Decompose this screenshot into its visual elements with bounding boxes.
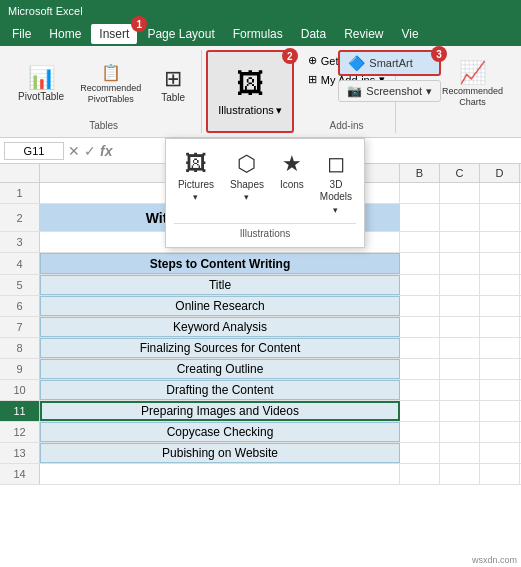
row-num-6: 6 (0, 296, 40, 316)
col-header-c: C (440, 164, 480, 182)
recommended-pivot-icon: 📋 (101, 65, 121, 81)
cell-b11[interactable] (400, 401, 440, 421)
cell-reference[interactable] (4, 142, 64, 160)
cell-b8[interactable] (400, 338, 440, 358)
cell-a11[interactable]: Preparing Images and Videos (40, 401, 400, 421)
cell-b2[interactable] (400, 204, 440, 231)
cell-d9[interactable] (480, 359, 520, 379)
cell-a10[interactable]: Drafting the Content (40, 380, 400, 400)
cell-c10[interactable] (440, 380, 480, 400)
cell-c3[interactable] (440, 232, 480, 252)
header-cell-text: Steps to Content Writing (150, 257, 290, 271)
cell-b7[interactable] (400, 317, 440, 337)
data-cell-13: Pubishing on Website (162, 446, 278, 460)
row-num-header-space (0, 164, 40, 182)
tables-label: Tables (89, 118, 118, 131)
get-add-ins-icon: ⊕ (308, 54, 317, 67)
cell-a5[interactable]: Title (40, 275, 400, 295)
cell-c5[interactable] (440, 275, 480, 295)
smartart-icon: 🔷 (348, 55, 365, 71)
cell-c9[interactable] (440, 359, 480, 379)
cell-c14[interactable] (440, 464, 480, 484)
cell-a4[interactable]: Steps to Content Writing (40, 253, 400, 274)
row-num-3: 3 (0, 232, 40, 252)
table-row: 6 Online Research (0, 296, 521, 317)
cell-d8[interactable] (480, 338, 520, 358)
cell-d13[interactable] (480, 443, 520, 463)
shapes-button[interactable]: ⬡ Shapes ▾ (226, 147, 268, 219)
table-row: 5 Title (0, 275, 521, 296)
cell-c12[interactable] (440, 422, 480, 442)
illustrations-group: 🖼 Illustrations ▾ 2 (206, 50, 294, 133)
smartart-label: SmartArt (369, 57, 412, 69)
icons-button[interactable]: ★ Icons (276, 147, 308, 219)
formula-fx: fx (100, 143, 112, 159)
col-header-d: D (480, 164, 520, 182)
screenshot-button[interactable]: 📷 Screenshot ▾ (338, 80, 441, 102)
row-num-7: 7 (0, 317, 40, 337)
recommended-pivottables-button[interactable]: 📋 RecommendedPivotTables (74, 52, 147, 118)
cell-a6[interactable]: Online Research (40, 296, 400, 316)
cell-d3[interactable] (480, 232, 520, 252)
cell-b10[interactable] (400, 380, 440, 400)
menu-data[interactable]: Data (293, 24, 334, 44)
cell-d6[interactable] (480, 296, 520, 316)
cell-d1[interactable] (480, 183, 520, 203)
cell-a12[interactable]: Copycase Checking (40, 422, 400, 442)
cell-b1[interactable] (400, 183, 440, 203)
menu-insert[interactable]: Insert 1 (91, 24, 137, 44)
cell-b4[interactable] (400, 253, 440, 274)
cell-d10[interactable] (480, 380, 520, 400)
cell-d2[interactable] (480, 204, 520, 231)
pictures-button[interactable]: 🖼 Pictures ▾ (174, 147, 218, 219)
cell-b3[interactable] (400, 232, 440, 252)
pivot-table-label: PivotTable (18, 91, 64, 103)
row-num-8: 8 (0, 338, 40, 358)
menu-review[interactable]: Review (336, 24, 391, 44)
cell-c2[interactable] (440, 204, 480, 231)
cell-c8[interactable] (440, 338, 480, 358)
menu-file[interactable]: File (4, 24, 39, 44)
row-num-14: 14 (0, 464, 40, 484)
smartart-area: 🔷 SmartArt 3 📷 Screenshot ▾ (338, 50, 441, 102)
tables-group: 📊 PivotTable 📋 RecommendedPivotTables ⊞ … (6, 50, 202, 133)
3d-models-button[interactable]: ◻ 3DModels ▾ (316, 147, 356, 219)
cell-d4[interactable] (480, 253, 520, 274)
cell-d14[interactable] (480, 464, 520, 484)
cell-d11[interactable] (480, 401, 520, 421)
cell-a14[interactable] (40, 464, 400, 484)
cell-b13[interactable] (400, 443, 440, 463)
cell-a13[interactable]: Pubishing on Website (40, 443, 400, 463)
cell-d12[interactable] (480, 422, 520, 442)
ribbon-content: 📊 PivotTable 📋 RecommendedPivotTables ⊞ … (0, 46, 521, 137)
cell-a9[interactable]: Creating Outline (40, 359, 400, 379)
illustrations-icon: 🖼 (236, 67, 264, 100)
cell-a7[interactable]: Keyword Analysis (40, 317, 400, 337)
smartart-button[interactable]: 🔷 SmartArt 3 (338, 50, 441, 76)
cell-c13[interactable] (440, 443, 480, 463)
cell-c1[interactable] (440, 183, 480, 203)
cell-b5[interactable] (400, 275, 440, 295)
row-num-11: 11 (0, 401, 40, 421)
recommended-charts-button[interactable]: 📈 RecommendedCharts (436, 52, 509, 118)
cell-c7[interactable] (440, 317, 480, 337)
cell-d5[interactable] (480, 275, 520, 295)
cell-a8[interactable]: Finalizing Sources for Content (40, 338, 400, 358)
table-button[interactable]: ⊞ Table (151, 52, 195, 118)
menu-view[interactable]: Vie (394, 24, 427, 44)
menu-page-layout[interactable]: Page Layout (139, 24, 222, 44)
pivot-table-button[interactable]: 📊 PivotTable (12, 52, 70, 118)
cell-b6[interactable] (400, 296, 440, 316)
shapes-label: Shapes (230, 179, 264, 190)
cell-c6[interactable] (440, 296, 480, 316)
table-row: 9 Creating Outline (0, 359, 521, 380)
data-cell-12: Copycase Checking (167, 425, 274, 439)
cell-b12[interactable] (400, 422, 440, 442)
cell-d7[interactable] (480, 317, 520, 337)
cell-c4[interactable] (440, 253, 480, 274)
cell-b14[interactable] (400, 464, 440, 484)
cell-b9[interactable] (400, 359, 440, 379)
menu-home[interactable]: Home (41, 24, 89, 44)
menu-formulas[interactable]: Formulas (225, 24, 291, 44)
cell-c11[interactable] (440, 401, 480, 421)
